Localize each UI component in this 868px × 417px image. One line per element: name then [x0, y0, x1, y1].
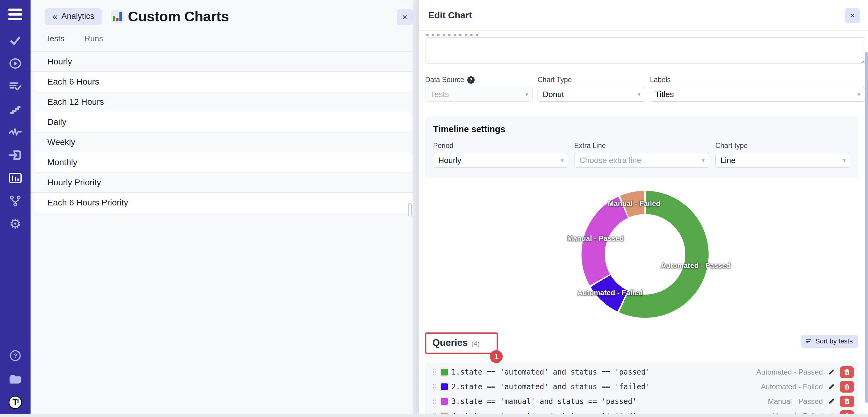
- tab-tests[interactable]: Tests: [46, 34, 64, 43]
- trash-icon: [844, 398, 850, 405]
- chevron-down-icon: ▾: [525, 91, 528, 98]
- list-item[interactable]: Weekly: [31, 132, 413, 152]
- timeline-settings-card: Timeline settings Period Hourly ▾ Extra …: [425, 116, 858, 178]
- list-check-icon[interactable]: [9, 80, 22, 93]
- edit-pencil-icon[interactable]: [828, 383, 835, 390]
- query-color-swatch: [441, 398, 448, 405]
- chevron-down-icon: ▾: [561, 157, 563, 164]
- query-expression: 2.state == 'automated' and status == 'fa…: [452, 383, 650, 391]
- drawer-close-button[interactable]: ×: [845, 8, 860, 23]
- drag-handle-icon[interactable]: [432, 369, 436, 376]
- queries-heading-annotated: Queries (4) 1: [425, 332, 498, 354]
- projects-folder-icon[interactable]: [9, 373, 22, 385]
- query-color-chip: [440, 397, 449, 406]
- extra-line-select[interactable]: Choose extra line ▾: [574, 153, 709, 168]
- list-item[interactable]: Daily: [34, 112, 413, 132]
- sign-in-icon[interactable]: [9, 149, 22, 161]
- queries-count: (4): [471, 340, 479, 348]
- steps-icon[interactable]: [9, 103, 22, 116]
- timeline-chart-type-select[interactable]: Line ▾: [715, 153, 850, 168]
- query-row: 3.state == 'manual' and status == 'passe…: [425, 394, 858, 409]
- list-item[interactable]: Hourly Priority: [31, 172, 413, 193]
- edit-pencil-icon[interactable]: [828, 398, 835, 405]
- field-extra-line: Extra Line Choose extra line ▾: [574, 142, 709, 168]
- field-period: Period Hourly ▾: [433, 142, 568, 168]
- check-icon[interactable]: [9, 34, 22, 47]
- query-row: 1.state == 'automated' and status == 'pa…: [425, 365, 858, 380]
- query-color-chip: [440, 382, 449, 391]
- delete-query-button[interactable]: [840, 381, 854, 392]
- drawer-scrollbar-thumb[interactable]: [865, 52, 868, 403]
- list-item[interactable]: Monthly: [34, 152, 413, 172]
- edit-pencil-icon[interactable]: [828, 368, 835, 376]
- git-branch-icon[interactable]: [9, 194, 22, 207]
- annotation-rectangle: Queries (4): [425, 332, 498, 354]
- tab-runs[interactable]: Runs: [85, 34, 103, 43]
- svg-text:?: ?: [13, 352, 17, 359]
- labels-label: Labels: [650, 76, 671, 84]
- page-title: Custom Charts: [111, 8, 229, 25]
- window-bottom-edge: [0, 414, 868, 417]
- timeline-settings-heading: Timeline settings: [433, 124, 850, 134]
- query-series-label: Automated - Failed: [761, 383, 823, 391]
- bar-chart-icon[interactable]: [9, 171, 22, 184]
- trash-icon: [844, 384, 850, 390]
- panel-close-button[interactable]: ×: [397, 9, 413, 25]
- app-sidebar: ⚙ ? T: [0, 0, 31, 417]
- chevron-down-icon: ▾: [843, 157, 846, 164]
- chart-type-select[interactable]: Donut ▾: [537, 87, 645, 102]
- timeline-chart-type-label: Chart type: [715, 142, 748, 150]
- chevron-down-icon: ▾: [638, 91, 641, 98]
- panel-scrollbar-thumb[interactable]: [408, 203, 412, 217]
- query-series-label: Manual - Passed: [768, 397, 823, 406]
- chevron-double-left-icon: «: [53, 12, 58, 21]
- custom-charts-panel: « Analytics Custom Charts × TestsRuns Ho…: [31, 0, 413, 417]
- clipped-field-label: [426, 34, 478, 36]
- sort-by-tests-button[interactable]: Sort by tests: [801, 335, 858, 348]
- list-item[interactable]: Each 6 Hours: [34, 72, 413, 92]
- help-icon[interactable]: ?: [9, 349, 22, 362]
- edit-chart-drawer: Edit Chart × Data Source ? Tests ▾ Chart…: [419, 0, 868, 417]
- drawer-title: Edit Chart: [428, 10, 472, 21]
- panel-tabs: TestsRuns: [31, 34, 413, 52]
- chart-list: HourlyEach 6 HoursEach 12 HoursDailyWeek…: [31, 52, 413, 213]
- labels-select[interactable]: Titles ▾: [650, 87, 865, 102]
- field-chart-type: Chart Type Donut ▾: [537, 76, 645, 102]
- list-item[interactable]: Hourly: [31, 52, 413, 72]
- settings-gear-icon[interactable]: ⚙: [9, 217, 22, 230]
- drag-handle-icon[interactable]: [432, 398, 436, 405]
- query-series-label: Automated - Passed: [756, 368, 823, 376]
- back-to-analytics-button[interactable]: « Analytics: [44, 8, 102, 25]
- hamburger-menu-icon[interactable]: [8, 8, 22, 20]
- chevron-down-icon: ▾: [858, 91, 860, 98]
- list-item[interactable]: Each 6 Hours Priority: [34, 193, 413, 213]
- queries-list: 1.state == 'automated' and status == 'pa…: [425, 362, 858, 417]
- trash-icon: [844, 369, 850, 375]
- period-label: Period: [433, 142, 453, 150]
- extra-line-label: Extra Line: [574, 142, 606, 150]
- query-row: 2.state == 'automated' and status == 'fa…: [425, 380, 858, 394]
- drag-handle-icon[interactable]: [432, 383, 436, 390]
- list-item[interactable]: Each 12 Hours: [31, 92, 413, 112]
- data-source-select[interactable]: Tests ▾: [425, 87, 533, 102]
- annotation-badge: 1: [490, 350, 503, 363]
- chart-emoji-icon: [111, 10, 124, 23]
- donut-chart-region: Automated - PassedAutomated - FailedManu…: [425, 178, 865, 324]
- query-color-swatch: [441, 383, 448, 390]
- delete-query-button[interactable]: [840, 366, 854, 378]
- query-expression: 1.state == 'automated' and status == 'pa…: [452, 368, 650, 376]
- play-circle-icon[interactable]: [9, 57, 22, 70]
- chart-description-textarea[interactable]: [425, 37, 865, 64]
- period-select[interactable]: Hourly ▾: [433, 153, 568, 168]
- donut-chart[interactable]: Automated - PassedAutomated - FailedManu…: [582, 191, 709, 318]
- data-source-label: Data Source: [425, 76, 464, 84]
- donut-slice-label: Manual - Failed: [608, 199, 660, 207]
- query-color-chip: [440, 367, 449, 377]
- activity-icon[interactable]: [9, 126, 22, 138]
- sort-icon: [806, 339, 812, 344]
- delete-query-button[interactable]: [840, 396, 854, 407]
- app-logo[interactable]: T: [8, 396, 22, 409]
- query-expression: 3.state == 'manual' and status == 'passe…: [452, 397, 637, 406]
- chevron-down-icon: ▾: [702, 157, 705, 164]
- help-circle-icon[interactable]: ?: [467, 76, 475, 84]
